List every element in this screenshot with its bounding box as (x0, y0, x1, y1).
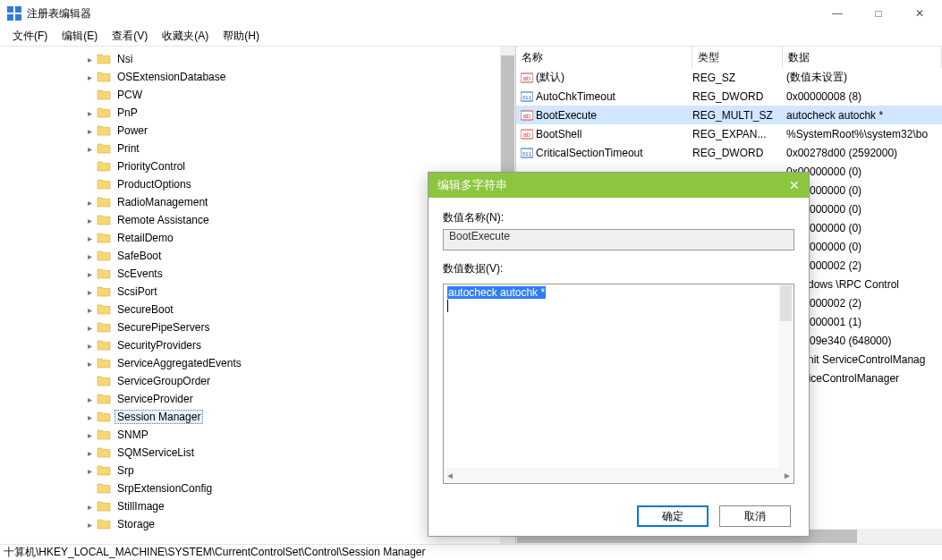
window-title: 注册表编辑器 (27, 6, 91, 21)
value-row[interactable]: 011AutoChkTimeoutREG_DWORD0x00000008 (8) (516, 87, 942, 106)
tree-item-label: ServiceGroupOrder (115, 374, 213, 388)
chevron-icon[interactable]: ▸ (82, 233, 97, 243)
header-type[interactable]: 类型 (692, 47, 783, 68)
folder-icon (97, 70, 111, 84)
tree-item[interactable]: ▸PnP (0, 104, 515, 122)
chevron-icon[interactable]: ▸ (82, 72, 97, 82)
minimize-button[interactable]: — (817, 0, 858, 27)
menu-edit[interactable]: 编辑(E) (55, 27, 105, 46)
chevron-icon[interactable]: ▸ (82, 55, 97, 64)
tree-item-label: PriorityControl (115, 159, 188, 174)
folder-icon (97, 249, 111, 263)
chevron-icon[interactable]: ▸ (82, 395, 97, 404)
textarea-hscrollbar[interactable]: ◄► (444, 468, 793, 483)
value-data-textarea[interactable]: autocheck autochk * ◄► (443, 284, 794, 484)
tree-item[interactable]: ▸Power (0, 122, 515, 140)
header-data[interactable]: 数据 (783, 47, 942, 68)
folder-icon (97, 445, 111, 460)
close-button[interactable]: ✕ (899, 0, 940, 27)
folder-icon (97, 302, 111, 317)
chevron-icon[interactable]: ▸ (82, 341, 97, 351)
value-row[interactable]: ab(默认)REG_SZ(数值未设置) (516, 68, 942, 87)
tree-item-label: Remote Assistance (115, 213, 212, 227)
value-name: (默认) (534, 70, 692, 85)
svg-text:011: 011 (522, 95, 532, 100)
folder-icon (97, 177, 111, 191)
value-data: (数值未设置) (783, 70, 942, 85)
textarea-vscrollbar[interactable] (778, 284, 793, 468)
tree-item-label: RetailDemo (115, 231, 176, 245)
tree-item-label: Power (115, 123, 150, 138)
menu-view[interactable]: 查看(V) (105, 27, 155, 46)
svg-rect-2 (7, 14, 13, 21)
value-data: autocheck autochk * (783, 109, 942, 122)
tree-item-label: ScsiPort (115, 284, 160, 299)
ok-button[interactable]: 确定 (637, 505, 709, 527)
value-row[interactable]: abBootExecuteREG_MULTI_SZautocheck autoc… (516, 106, 942, 124)
tree-item-label: Srp (115, 463, 137, 478)
chevron-icon[interactable]: ▸ (82, 108, 97, 118)
dialog-title: 编辑多字符串 (437, 177, 507, 193)
scroll-right-icon[interactable]: ► (783, 471, 792, 480)
chevron-icon[interactable]: ▸ (82, 448, 97, 458)
dialog-close-icon[interactable]: ✕ (789, 178, 800, 192)
textarea-selected-line: autocheck autochk * (447, 286, 546, 299)
string-value-icon: ab (516, 128, 534, 140)
chevron-icon[interactable]: ▸ (82, 251, 97, 261)
tree-item-label: PCW (115, 88, 145, 102)
tree-item[interactable]: ▸OSExtensionDatabase (0, 68, 515, 86)
tree-item-label: OSExtensionDatabase (115, 70, 228, 84)
folder-icon (97, 428, 111, 442)
titlebar: 注册表编辑器 — □ ✕ (0, 0, 942, 27)
dialog-header[interactable]: 编辑多字符串 ✕ (429, 173, 809, 198)
menu-help[interactable]: 帮助(H) (216, 27, 267, 46)
svg-text:ab: ab (523, 132, 530, 138)
menu-favorites[interactable]: 收藏夹(A) (155, 27, 216, 46)
value-name: AutoChkTimeout (534, 90, 692, 103)
folder-icon (97, 195, 111, 209)
chevron-icon[interactable]: ▸ (82, 520, 97, 530)
chevron-icon[interactable]: ▸ (82, 502, 97, 512)
binary-value-icon: 011 (516, 90, 534, 103)
tree-item-label: Session Manager (115, 410, 203, 424)
folder-icon (97, 481, 111, 496)
chevron-icon[interactable]: ▸ (82, 287, 97, 297)
scrollbar-thumb[interactable] (780, 285, 792, 321)
chevron-icon[interactable]: ▸ (82, 216, 97, 225)
tree-item[interactable]: ▸Nsi (0, 50, 515, 68)
header-name[interactable]: 名称 (516, 47, 692, 68)
value-name-input[interactable]: BootExecute (443, 229, 794, 250)
value-type: REG_DWORD (692, 90, 783, 103)
chevron-icon[interactable]: ▸ (82, 144, 97, 154)
folder-icon (97, 123, 111, 138)
tree-item[interactable]: PCW (0, 86, 515, 104)
chevron-icon[interactable]: ▸ (82, 430, 97, 440)
folder-icon (97, 52, 111, 66)
text-caret (447, 300, 448, 312)
chevron-icon[interactable]: ▸ (82, 466, 97, 476)
chevron-icon[interactable]: ▸ (82, 126, 97, 136)
value-row[interactable]: 011CriticalSectionTimeoutREG_DWORD0x0027… (516, 143, 942, 162)
tree-item[interactable]: ▸Print (0, 140, 515, 157)
folder-icon (97, 284, 111, 299)
tree-item-label: Nsi (115, 52, 135, 66)
folder-icon (97, 499, 111, 513)
menu-file[interactable]: 文件(F) (5, 27, 55, 46)
chevron-icon[interactable]: ▸ (82, 323, 97, 333)
value-type: REG_SZ (692, 72, 783, 84)
value-row[interactable]: abBootShellREG_EXPAN...%SystemRoot%\syst… (516, 124, 942, 143)
dialog-button-row: 确定 取消 (429, 496, 809, 536)
tree-item-label: ServiceProvider (115, 392, 196, 406)
folder-icon (97, 106, 111, 120)
maximize-button[interactable]: □ (858, 0, 899, 27)
cancel-button[interactable]: 取消 (719, 505, 791, 527)
chevron-icon[interactable]: ▸ (82, 359, 97, 369)
chevron-icon[interactable]: ▸ (82, 269, 97, 279)
chevron-icon[interactable]: ▸ (82, 305, 97, 315)
value-type: REG_MULTI_SZ (692, 109, 783, 122)
scroll-left-icon[interactable]: ◄ (446, 471, 454, 480)
folder-icon (97, 517, 111, 531)
folder-icon (97, 410, 111, 424)
chevron-icon[interactable]: ▸ (82, 412, 97, 422)
chevron-icon[interactable]: ▸ (82, 198, 97, 208)
